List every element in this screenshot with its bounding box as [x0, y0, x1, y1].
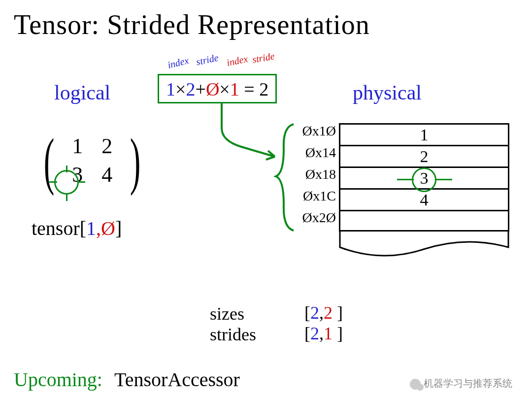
formula-plus: +	[195, 79, 205, 100]
tensor-index-expression: tensor[1,Ø]	[32, 217, 122, 240]
matrix-cell-00: 1	[65, 132, 90, 161]
annot-index-2: index	[226, 53, 249, 69]
crosshair-right	[77, 181, 85, 183]
mem-val-0: 1	[420, 126, 429, 144]
formula-stride1: 2	[186, 79, 195, 100]
brace-icon	[274, 121, 299, 234]
formula-index1: 1	[166, 79, 175, 100]
upcoming-value: TensorAccessor	[114, 368, 240, 391]
matrix-cell-11: 4	[95, 161, 119, 189]
stride-formula-box: 1×2+Ø×1 = 2	[158, 74, 277, 103]
mem-cross-right	[435, 179, 452, 180]
formula-equals: = 2	[239, 79, 268, 100]
page-title: Tensor: Strided Representation	[14, 9, 370, 40]
mem-row	[339, 210, 509, 232]
strides-label: strides	[210, 324, 256, 345]
crosshair-left	[49, 181, 57, 183]
formula-stride2: 1	[230, 79, 239, 100]
memory-wave-bottom	[339, 230, 509, 264]
sizes-a: 2	[310, 303, 319, 323]
wechat-icon	[410, 379, 421, 390]
annot-stride-2: stride	[251, 50, 275, 66]
formula-times2: ×	[219, 79, 230, 100]
watermark: 机器学习与推荐系统	[410, 377, 512, 390]
tensor-idx-b: Ø	[101, 217, 115, 239]
paren-right: )	[130, 136, 141, 185]
sizes-label: sizes	[210, 303, 244, 324]
annot-stride-1: stride	[195, 52, 219, 68]
mem-val-1: 2	[420, 147, 429, 166]
matrix-cell-01: 2	[95, 132, 119, 161]
sizes-b: 2	[324, 303, 332, 323]
mem-addr-0: Øx1Ø	[297, 123, 336, 139]
memory-highlight-circle	[412, 167, 436, 192]
strides-a: 2	[310, 324, 319, 343]
formula-times1: ×	[175, 79, 186, 100]
crosshair-down	[66, 193, 67, 201]
mem-addr-2: Øx18	[297, 166, 336, 182]
matrix-highlight-circle	[54, 170, 79, 195]
sizes-value: [2,2 ]	[304, 302, 343, 323]
mem-val-3: 4	[420, 191, 429, 209]
paren-left: (	[44, 136, 55, 185]
tensor-idx-comma: ,	[96, 217, 101, 239]
upcoming-label: Upcoming:	[14, 368, 102, 391]
crosshair-up	[66, 166, 67, 172]
mem-row: 2	[339, 145, 509, 166]
tensor-suffix: ]	[115, 217, 122, 239]
upcoming-footer: Upcoming: TensorAccessor	[14, 368, 240, 391]
mem-row: 1	[339, 123, 509, 145]
mem-cross-left	[397, 179, 414, 180]
mem-addr-4: Øx2Ø	[297, 210, 336, 226]
watermark-text: 机器学习与推荐系统	[424, 378, 512, 389]
heading-logical: logical	[54, 81, 110, 104]
strides-value: [2,1 ]	[304, 323, 343, 344]
annot-index-1: index	[166, 55, 190, 71]
heading-physical: physical	[353, 81, 422, 104]
tensor-prefix: tensor[	[32, 217, 86, 239]
tensor-idx-a: 1	[86, 217, 96, 239]
mem-addr-1: Øx14	[297, 145, 336, 161]
mem-addr-3: Øx1C	[297, 188, 336, 204]
formula-index2: Ø	[206, 79, 219, 100]
strides-b: 1	[324, 324, 332, 343]
